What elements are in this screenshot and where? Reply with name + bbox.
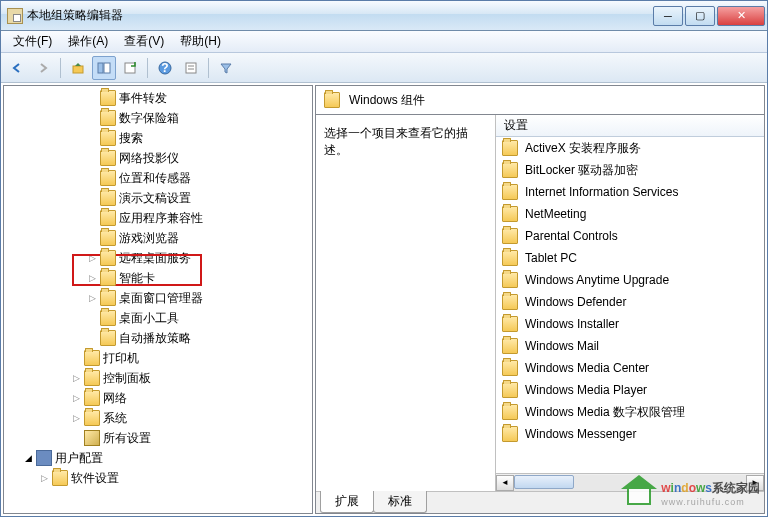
- help-button[interactable]: ?: [153, 56, 177, 80]
- tree-expander-icon[interactable]: [84, 150, 100, 166]
- list-item[interactable]: Parental Controls: [496, 225, 764, 247]
- tree-item-label: 系统: [103, 410, 127, 427]
- tree-item[interactable]: 演示文稿设置: [4, 188, 312, 208]
- tree-item-label: 演示文稿设置: [119, 190, 191, 207]
- tree-item[interactable]: ▷系统: [4, 408, 312, 428]
- tree-item-label: 游戏浏览器: [119, 230, 179, 247]
- folder-icon: [100, 210, 116, 226]
- tree-item[interactable]: ▷软件设置: [4, 468, 312, 488]
- scroll-left-button[interactable]: ◄: [496, 475, 514, 491]
- tree-item-label: 控制面板: [103, 370, 151, 387]
- tree-item[interactable]: 游戏浏览器: [4, 228, 312, 248]
- list-item[interactable]: BitLocker 驱动器加密: [496, 159, 764, 181]
- tree-item[interactable]: 数字保险箱: [4, 108, 312, 128]
- list-item-label: BitLocker 驱动器加密: [525, 162, 638, 179]
- tree-item[interactable]: ▷网络: [4, 388, 312, 408]
- svg-rect-3: [125, 63, 135, 73]
- tree-expander-icon[interactable]: ▷: [68, 390, 84, 406]
- tree-item[interactable]: ▷桌面窗口管理器: [4, 288, 312, 308]
- properties-button[interactable]: [179, 56, 203, 80]
- tree-item-label: 桌面小工具: [119, 310, 179, 327]
- list-column-header[interactable]: 设置: [496, 115, 764, 137]
- tree-expander-icon[interactable]: [84, 330, 100, 346]
- maximize-button[interactable]: ▢: [685, 6, 715, 26]
- folder-icon: [100, 310, 116, 326]
- filter-button[interactable]: [214, 56, 238, 80]
- export-list-button[interactable]: [118, 56, 142, 80]
- list-item[interactable]: Windows Media Center: [496, 357, 764, 379]
- tree-item-label: 远程桌面服务: [119, 250, 191, 267]
- tree-item-label: 事件转发: [119, 90, 167, 107]
- tree-item-label: 自动播放策略: [119, 330, 191, 347]
- folder-icon: [100, 330, 116, 346]
- titlebar[interactable]: 本地组策略编辑器 ─ ▢ ✕: [1, 1, 767, 31]
- list-item[interactable]: Windows Messenger: [496, 423, 764, 445]
- tree-expander-icon[interactable]: ▷: [84, 270, 100, 286]
- list-item[interactable]: Windows Installer: [496, 313, 764, 335]
- tree-expander-icon[interactable]: [84, 310, 100, 326]
- tree-expander-icon[interactable]: [84, 210, 100, 226]
- tree-item[interactable]: 自动播放策略: [4, 328, 312, 348]
- tree-expander-icon[interactable]: ▷: [84, 250, 100, 266]
- folder-icon: [100, 230, 116, 246]
- up-button[interactable]: [66, 56, 90, 80]
- tree-expander-icon[interactable]: ▷: [68, 410, 84, 426]
- tree-expander-icon[interactable]: ▷: [36, 470, 52, 486]
- scroll-right-button[interactable]: ►: [746, 475, 764, 491]
- menu-view[interactable]: 查看(V): [116, 31, 172, 52]
- tree-expander-icon[interactable]: [84, 170, 100, 186]
- tree-item[interactable]: 位置和传感器: [4, 168, 312, 188]
- tree-pane[interactable]: 事件转发数字保险箱搜索网络投影仪位置和传感器演示文稿设置应用程序兼容性游戏浏览器…: [3, 85, 313, 514]
- scroll-thumb[interactable]: [514, 475, 574, 489]
- back-button[interactable]: [5, 56, 29, 80]
- tree-expander-icon[interactable]: ▷: [84, 290, 100, 306]
- folder-icon: [84, 410, 100, 426]
- tree-item[interactable]: 搜索: [4, 128, 312, 148]
- tree-expander-icon[interactable]: [84, 230, 100, 246]
- scroll-track[interactable]: [514, 475, 746, 491]
- show-hide-tree-button[interactable]: [92, 56, 116, 80]
- list-item[interactable]: Windows Media 数字权限管理: [496, 401, 764, 423]
- list-item[interactable]: Tablet PC: [496, 247, 764, 269]
- tree-expander-icon[interactable]: ◢: [20, 450, 36, 466]
- list-item[interactable]: Windows Media Player: [496, 379, 764, 401]
- tree-item[interactable]: 所有设置: [4, 428, 312, 448]
- tree-item[interactable]: 打印机: [4, 348, 312, 368]
- detail-title: Windows 组件: [349, 92, 425, 109]
- tree-expander-icon[interactable]: [84, 130, 100, 146]
- tree-item[interactable]: ▷智能卡: [4, 268, 312, 288]
- folder-icon: [502, 360, 518, 376]
- tree-item[interactable]: ▷远程桌面服务: [4, 248, 312, 268]
- menu-help[interactable]: 帮助(H): [172, 31, 229, 52]
- forward-button[interactable]: [31, 56, 55, 80]
- tree-expander-icon[interactable]: [84, 190, 100, 206]
- tree-item[interactable]: ◢用户配置: [4, 448, 312, 468]
- folder-icon: [52, 470, 68, 486]
- tree-expander-icon[interactable]: [84, 90, 100, 106]
- menu-action[interactable]: 操作(A): [60, 31, 116, 52]
- list-item[interactable]: Windows Defender: [496, 291, 764, 313]
- tree-expander-icon[interactable]: [68, 350, 84, 366]
- folder-icon: [502, 206, 518, 222]
- tree-expander-icon[interactable]: [68, 430, 84, 446]
- tree-item[interactable]: 桌面小工具: [4, 308, 312, 328]
- list-item[interactable]: Windows Mail: [496, 335, 764, 357]
- tree-expander-icon[interactable]: [84, 110, 100, 126]
- tree-item[interactable]: 事件转发: [4, 88, 312, 108]
- tab-extended[interactable]: 扩展: [320, 491, 374, 513]
- list-item[interactable]: ActiveX 安装程序服务: [496, 137, 764, 159]
- tree-item[interactable]: 网络投影仪: [4, 148, 312, 168]
- close-button[interactable]: ✕: [717, 6, 765, 26]
- tree-expander-icon[interactable]: ▷: [68, 370, 84, 386]
- list-item[interactable]: Internet Information Services: [496, 181, 764, 203]
- list-item[interactable]: Windows Anytime Upgrade: [496, 269, 764, 291]
- list-item[interactable]: NetMeeting: [496, 203, 764, 225]
- menu-file[interactable]: 文件(F): [5, 31, 60, 52]
- tree-item[interactable]: ▷控制面板: [4, 368, 312, 388]
- tab-standard[interactable]: 标准: [373, 491, 427, 513]
- list-body[interactable]: ActiveX 安装程序服务BitLocker 驱动器加密Internet In…: [496, 137, 764, 473]
- horizontal-scrollbar[interactable]: ◄ ►: [496, 473, 764, 491]
- folder-icon: [502, 426, 518, 442]
- tree-item[interactable]: 应用程序兼容性: [4, 208, 312, 228]
- minimize-button[interactable]: ─: [653, 6, 683, 26]
